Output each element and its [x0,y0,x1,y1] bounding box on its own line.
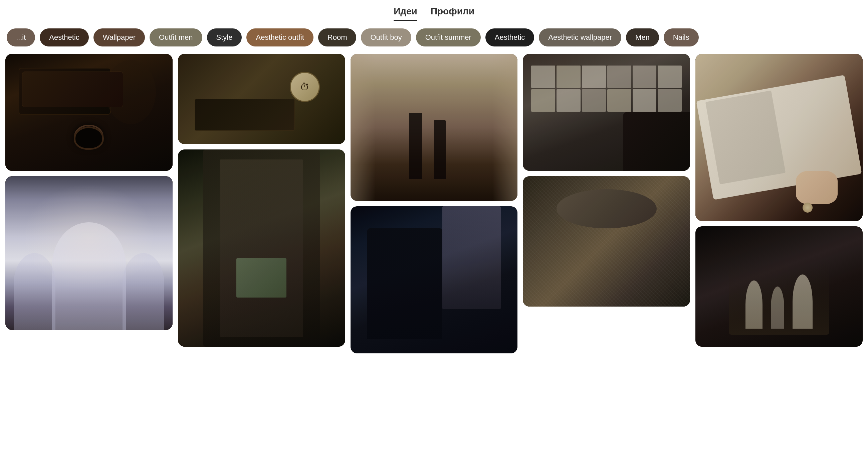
tab-ideas[interactable]: Идеи [394,6,417,21]
card-coffee[interactable] [5,54,173,171]
grid-col-2: ⏱ [178,54,345,347]
card-smoking[interactable] [350,206,518,354]
card-book[interactable] [695,54,863,221]
grid-col-5 [695,54,863,347]
pill-outfit-men[interactable]: Outfit men [150,28,202,47]
pill-aesthetic2[interactable]: Aesthetic [486,28,534,47]
pill-wallpaper[interactable]: Wallpaper [93,28,145,47]
pill-men[interactable]: Men [626,28,659,47]
card-clock[interactable]: ⏱ [178,54,345,144]
card-fabric[interactable] [523,176,690,307]
card-coat[interactable] [178,149,345,347]
card-running[interactable] [350,54,518,201]
pill-aesthetic[interactable]: Aesthetic [40,28,89,47]
pill-outfit-boy[interactable]: Outfit boy [361,28,411,47]
pill-aesthetic-wallpaper[interactable]: Aesthetic wallpaper [539,28,621,47]
grid-col-3 [350,54,518,354]
tab-profiles[interactable]: Профили [431,6,474,21]
card-dark-scene[interactable] [695,226,863,347]
card-room-wall[interactable] [523,54,690,171]
pill-partial[interactable]: ...it [7,28,35,47]
pill-room[interactable]: Room [318,28,356,47]
pill-nails[interactable]: Nails [664,28,699,47]
pill-style[interactable]: Style [207,28,242,47]
pills-container: ...it Aesthetic Wallpaper Outfit men Sty… [0,21,868,54]
header-tabs: Идеи Профили [0,0,868,21]
pill-aesthetic-outfit[interactable]: Aesthetic outfit [246,28,313,47]
card-church[interactable] [5,176,173,330]
image-grid: ⏱ [0,54,868,363]
grid-col-4 [523,54,690,307]
pill-outfit-summer[interactable]: Outfit summer [416,28,481,47]
grid-col-1 [5,54,173,330]
